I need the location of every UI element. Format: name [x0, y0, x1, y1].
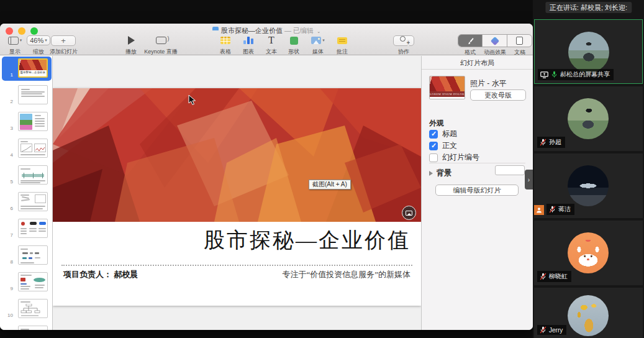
animate-icon [490, 36, 499, 45]
chevron-right-icon: › [528, 176, 530, 183]
divider [429, 163, 525, 163]
format-tab[interactable] [458, 35, 483, 47]
media-icon [311, 37, 321, 44]
slide-thumbnail-9[interactable]: 9 [0, 270, 53, 295]
slide-thumbnail-2[interactable]: 2 [0, 83, 53, 107]
slide-thumbnail-7[interactable]: 7 [0, 217, 53, 241]
slide-navigator: 1 股市探秘—企业价值 2 3 [0, 56, 53, 330]
panel-collapse-handle[interactable]: › [525, 170, 533, 190]
animate-tab[interactable] [483, 35, 507, 47]
collaborate-icon [397, 36, 410, 45]
add-slide-button[interactable]: + 添加幻灯片 [50, 34, 77, 56]
slide-thumbnail-8[interactable]: 8 [0, 244, 53, 268]
checkbox-unchecked-icon[interactable] [429, 153, 438, 162]
window-title-text: 股市探秘—企业价值 [221, 27, 283, 34]
participant-name: 孙超 [549, 138, 561, 147]
slide-thumbnail-4[interactable]: 4 [0, 137, 53, 161]
collaborate-button[interactable]: 协作 [391, 34, 416, 56]
document-inspector-icon [516, 37, 523, 45]
keynote-live-button[interactable]: Keynote 直播 [140, 34, 181, 56]
view-label: 显示 [4, 48, 26, 56]
title-checkbox-label: 标题 [442, 129, 457, 139]
mic-muted-icon [549, 206, 556, 213]
checkbox-checked-icon[interactable] [429, 130, 438, 139]
slide-thumbnail-10[interactable]: 10 [0, 297, 53, 321]
play-button[interactable]: 播放 [122, 34, 140, 56]
participant-label: 孙超 [537, 137, 565, 148]
play-label: 播放 [122, 48, 140, 56]
document-tab[interactable] [507, 35, 532, 47]
slide-number-checkbox-row[interactable]: 幻灯片编号 [429, 152, 479, 163]
format-inspector-panel: 幻灯片布局 LOREM IPSUM DOLOR 照片 - 水平 更改母版 外观 … [421, 56, 533, 330]
slide-thumbnail-3[interactable]: 3 [0, 110, 53, 134]
media-placeholder-button[interactable] [402, 206, 416, 220]
checkbox-checked-icon[interactable] [429, 142, 438, 150]
body-checkbox-row[interactable]: 正文 [429, 140, 457, 151]
text-label: 文本 [261, 48, 282, 56]
master-name: 照片 - 水平 [470, 78, 507, 89]
chevron-down-icon: ▾ [45, 38, 47, 43]
chart-label: 图表 [238, 48, 259, 56]
inspector-segmented-control [458, 34, 532, 47]
view-button[interactable]: ▾ 显示 [4, 34, 26, 56]
change-master-button[interactable]: 更改母版 [470, 89, 526, 101]
panel-header: 幻灯片布局 [422, 56, 533, 70]
avatar [568, 295, 609, 336]
shape-label: 形状 [283, 48, 304, 56]
background-color-well[interactable] [495, 165, 525, 175]
titlebar: 股市探秘—企业价值 — 已编辑 ⌄ ▾ 显示 46%▾ 缩放 + 添加幻灯片 播… [0, 24, 533, 55]
speaking-banner: 正在讲话: 郝校晨; 刘长迎: [545, 2, 632, 13]
slide-title-text[interactable]: 股市探秘—企业价值 [204, 226, 410, 255]
slide-thumbnail-1[interactable]: 1 股市探秘—企业价值 [2, 57, 52, 81]
slide-thumbnail-11[interactable]: 11 [0, 324, 53, 330]
shape-icon [290, 37, 298, 45]
mic-muted-icon [540, 326, 546, 334]
collaborate-label: 协作 [391, 48, 416, 56]
dotted-divider [61, 265, 412, 266]
slide-editor[interactable]: 股市探秘—企业价值 项目负责人： 郝校晨 专注于“价值投资信息服务”的新媒体 [53, 88, 421, 306]
participant-name: 蒋洁 [558, 205, 571, 214]
media-button[interactable]: ▾ 媒体 [305, 34, 331, 56]
text-button[interactable]: T 文本 [261, 34, 282, 56]
slide-subtitle-text[interactable]: 专注于“价值投资信息服务”的新媒体 [282, 269, 410, 280]
master-slide-preview[interactable]: LOREM IPSUM DOLOR [429, 76, 465, 99]
media-label: 媒体 [305, 48, 331, 56]
table-button[interactable]: 表格 [215, 34, 236, 56]
slide-owner-text[interactable]: 项目负责人： 郝校晨 [63, 269, 138, 280]
participant-tile-host[interactable]: 蒋洁 [534, 153, 643, 218]
add-slide-label: 添加幻灯片 [50, 48, 77, 56]
chart-button[interactable]: 图表 [238, 34, 259, 56]
slide-number-checkbox-label: 幻灯片编号 [442, 152, 479, 163]
slide-canvas[interactable]: 股市探秘—企业价值 项目负责人： 郝校晨 专注于“价值投资信息服务”的新媒体 截… [53, 56, 421, 330]
comment-button[interactable]: 批注 [332, 34, 353, 56]
table-icon [220, 37, 230, 44]
background-label: 背景 [437, 168, 451, 178]
title-checkbox-row[interactable]: 标题 [429, 129, 457, 139]
avatar [568, 165, 609, 206]
zoom-value: 46% [30, 37, 43, 44]
slide-thumbnail-6[interactable]: 6 [0, 190, 53, 214]
participant-label: Jerry [537, 325, 566, 335]
avatar [568, 232, 609, 273]
paintbrush-icon [466, 37, 474, 45]
edited-label: — 已编辑 [284, 27, 314, 34]
slide-hero-image[interactable] [53, 88, 421, 222]
participant-tile-screen-share[interactable]: 郝松总的屏幕共享 [534, 19, 643, 84]
slide-thumbnail-5[interactable]: 5 [0, 163, 53, 188]
participant-tile[interactable]: 柳晓虹 [534, 221, 643, 285]
chevron-down-icon[interactable]: ⌄ [317, 29, 320, 34]
comment-icon [337, 37, 347, 44]
edit-master-button[interactable]: 编辑母版幻灯片 [435, 185, 519, 196]
zoom-control[interactable]: 46%▾ 缩放 [27, 34, 50, 56]
chevron-down-icon: ▾ [20, 38, 22, 43]
shape-button[interactable]: 形状 [283, 34, 304, 56]
keynote-live-label: Keynote 直播 [140, 48, 181, 56]
disclosure-triangle-icon[interactable] [429, 171, 433, 176]
window-content: 1 股市探秘—企业价值 2 3 [0, 56, 533, 330]
table-label: 表格 [215, 48, 236, 56]
avatar [568, 32, 609, 73]
participant-tile[interactable]: 孙超 [534, 86, 643, 151]
participant-tile[interactable]: Jerry [534, 288, 643, 338]
background-row[interactable]: 背景 [429, 168, 451, 178]
plus-icon: + [51, 35, 76, 46]
